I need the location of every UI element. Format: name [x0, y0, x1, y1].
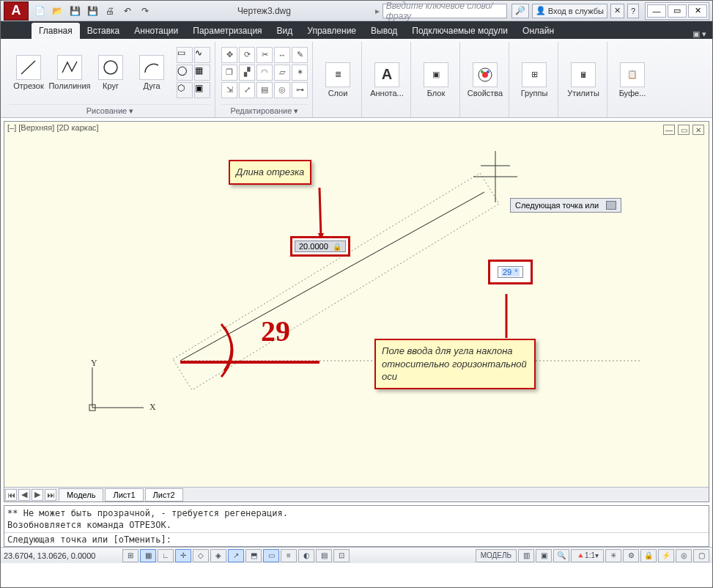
polyline-button[interactable]: Полилиния — [51, 55, 89, 90]
line-button[interactable]: Отрезок — [10, 55, 48, 90]
plot-icon[interactable]: 🖨 — [102, 4, 118, 18]
block-button[interactable]: ▣ Блок — [417, 62, 455, 98]
offset-icon[interactable]: ◎ — [274, 82, 290, 98]
angle-input[interactable]: 29° — [498, 266, 523, 278]
isolate-icon[interactable]: ◎ — [676, 549, 692, 562]
tab-output[interactable]: Вывод — [363, 23, 404, 39]
saveas-icon[interactable]: 💾 — [84, 4, 100, 18]
tab-model[interactable]: Модель — [59, 488, 103, 501]
dyn-icon[interactable]: ▭ — [263, 549, 279, 562]
quickview-layouts-icon[interactable]: ▥ — [518, 549, 534, 562]
quickview-drawings-icon[interactable]: ▣ — [536, 549, 552, 562]
ellipse-icon[interactable]: ◯ — [177, 65, 193, 81]
3dosnap-icon[interactable]: ◈ — [210, 549, 226, 562]
trim-icon[interactable]: ✂ — [256, 47, 273, 63]
arc-label: Дуга — [143, 81, 160, 90]
tab-next-icon[interactable]: ▶ — [32, 489, 43, 501]
tab-sheet1[interactable]: Лист1 — [105, 488, 143, 501]
stretch-icon[interactable]: ⇲ — [221, 82, 237, 98]
explode-icon[interactable]: ✶ — [292, 65, 308, 81]
arc-button[interactable]: Дуга — [133, 55, 171, 90]
tab-last-icon[interactable]: ⏭ — [45, 489, 56, 501]
lwt-icon[interactable]: ≡ — [281, 549, 297, 562]
mirror-icon[interactable]: ▞ — [239, 65, 255, 81]
array-icon[interactable]: ▤ — [256, 82, 273, 98]
workspace-icon[interactable]: ⚙ — [623, 549, 639, 562]
tab-prev-icon[interactable]: ◀ — [18, 489, 30, 501]
hatch-icon[interactable]: ▦ — [194, 65, 210, 81]
annotation-scale[interactable]: 🔺 1:1 ▾ — [571, 549, 604, 562]
layers-button[interactable]: ≣ Слои — [319, 62, 357, 98]
hardware-accel-icon[interactable]: ⚡ — [658, 549, 674, 562]
undo-icon[interactable]: ↶ — [119, 4, 136, 18]
length-input[interactable]: 20.0000 🔒 — [295, 240, 346, 252]
coordinates-readout[interactable]: 23.6704, 13.0626, 0.0000 — [4, 551, 121, 560]
annotation-button[interactable]: A Аннота... — [368, 62, 406, 98]
copy-icon[interactable]: ❐ — [221, 65, 237, 81]
toolbar-lock-icon[interactable]: 🔒 — [640, 549, 657, 562]
sign-in-button[interactable]: 👤 Вход в службы — [532, 4, 607, 18]
drawing-area[interactable]: [–] [Верхняя] [2D каркас] — ▭ ✕ Y X — [4, 121, 709, 502]
utilities-button[interactable]: 🖩 Утилиты — [564, 62, 602, 98]
model-space-toggle[interactable]: МОДЕЛЬ — [476, 549, 517, 562]
tab-plugins[interactable]: Подключаемые модули — [404, 23, 515, 39]
tab-online[interactable]: Онлайн — [515, 23, 561, 39]
search-input[interactable]: Введите ключевое слово/фразу — [383, 4, 507, 18]
tab-home[interactable]: Главная — [32, 23, 80, 39]
tab-parametric[interactable]: Параметризация — [185, 23, 269, 39]
move-icon[interactable]: ✥ — [221, 47, 237, 63]
tab-view[interactable]: Вид — [270, 23, 300, 39]
chamfer-icon[interactable]: ▱ — [274, 65, 290, 81]
join-icon[interactable]: ⊶ — [292, 82, 308, 98]
extend-icon[interactable]: ↔ — [274, 47, 290, 63]
command-window[interactable]: ** Не может быть прозрачной, - требуется… — [4, 505, 709, 547]
erase-icon[interactable]: ✎ — [292, 47, 308, 63]
scale-icon[interactable]: ⤢ — [239, 82, 255, 98]
fillet-icon[interactable]: ◠ — [256, 65, 273, 81]
tab-sheet2[interactable]: Лист2 — [145, 488, 183, 501]
tab-annotate[interactable]: Аннотации — [127, 23, 185, 39]
ortho-icon[interactable]: ∟ — [158, 549, 174, 562]
transparency-icon[interactable]: ◐ — [298, 549, 314, 562]
clipboard-button[interactable]: 📋 Буфе... — [613, 62, 651, 98]
open-icon[interactable]: 📂 — [49, 4, 65, 18]
annovis-icon[interactable]: ✳ — [605, 549, 621, 562]
polar-icon[interactable]: ✛ — [175, 549, 191, 562]
spline-icon[interactable]: ∿ — [194, 47, 210, 63]
rotate-icon[interactable]: ⟳ — [239, 47, 255, 63]
minimize-button[interactable]: — — [647, 4, 666, 18]
save-icon[interactable]: 💾 — [67, 4, 83, 18]
draw-panel-title[interactable]: Рисование ▾ — [10, 104, 210, 117]
sc-icon[interactable]: ⊡ — [333, 549, 350, 562]
tab-first-icon[interactable]: ⏮ — [5, 489, 17, 501]
cleanscreen-icon[interactable]: ▢ — [693, 549, 709, 562]
tab-insert[interactable]: Вставка — [80, 23, 128, 39]
annoscale-icon[interactable]: 🔍 — [553, 549, 569, 562]
groups-button[interactable]: ⊞ Группы — [515, 62, 553, 98]
sign-in-label: Вход в службы — [548, 7, 604, 15]
ribbon-collapse-icon[interactable]: ▣ ▾ — [687, 29, 712, 39]
exchange-apps-icon[interactable]: ✕ — [610, 4, 624, 18]
polygon-icon[interactable]: ⬡ — [177, 82, 193, 98]
edit-panel-title[interactable]: Редактирование ▾ — [221, 104, 308, 117]
otrack-icon[interactable]: ↗ — [228, 549, 244, 562]
tooltip-more-icon[interactable] — [606, 201, 616, 210]
osnap-icon[interactable]: ◇ — [193, 549, 209, 562]
grid-icon[interactable]: ▦ — [140, 549, 156, 562]
help-icon[interactable]: ? — [627, 4, 639, 18]
snap-icon[interactable]: ⊞ — [122, 549, 138, 562]
circle-button[interactable]: Круг — [92, 55, 130, 90]
qp-icon[interactable]: ▤ — [316, 549, 332, 562]
new-icon[interactable]: 📄 — [32, 4, 48, 18]
tab-manage[interactable]: Управление — [300, 23, 363, 39]
redo-icon[interactable]: ↷ — [137, 4, 153, 18]
region-icon[interactable]: ▣ — [194, 82, 210, 98]
command-prompt[interactable]: Следующая точка или [оТменить]: — [4, 533, 709, 546]
rect-icon[interactable]: ▭ — [177, 47, 193, 63]
binoculars-icon[interactable]: 🔎 — [511, 4, 529, 18]
properties-button[interactable]: Свойства — [466, 62, 504, 98]
ducs-icon[interactable]: ⬒ — [245, 549, 262, 562]
app-logo[interactable]: A — [4, 1, 29, 21]
maximize-button[interactable]: ▭ — [668, 4, 687, 18]
close-button[interactable]: ✕ — [688, 4, 707, 18]
